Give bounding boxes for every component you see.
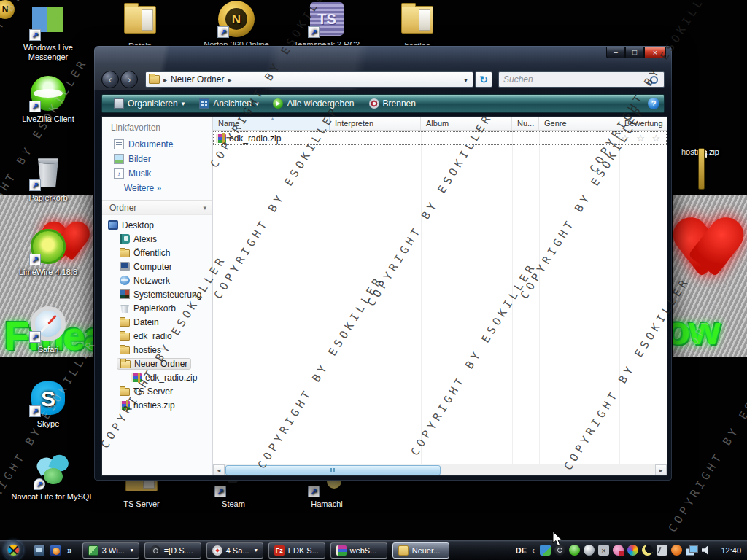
search-icon[interactable] bbox=[650, 76, 658, 84]
desktop-icon-teamspeak[interactable]: ↗ Teamspeak 2 RC2 bbox=[289, 0, 365, 50]
search-input[interactable] bbox=[499, 74, 650, 85]
desktop-icon-norton[interactable]: ↗ Norton 360 Online bbox=[198, 0, 274, 50]
task-button-filezilla[interactable]: Fz EDK S... bbox=[268, 542, 325, 559]
crumb-separator-icon[interactable]: ▸ bbox=[228, 76, 231, 84]
tree-label: Systemsteuerung bbox=[133, 289, 201, 300]
scroll-left-icon[interactable]: ◂ bbox=[213, 464, 225, 476]
desktop-icon-livezilla[interactable]: ↗ LiveZilla Client bbox=[10, 74, 86, 124]
favorite-musik[interactable]: Musik bbox=[102, 166, 212, 181]
tree-item-ts-server[interactable]: TS Server bbox=[102, 384, 212, 398]
tray-sphere-icon[interactable] bbox=[584, 545, 595, 556]
play-all-button[interactable]: Alle wiedergeben bbox=[266, 95, 361, 112]
task-button-safari-group[interactable]: 4 Sa... ▾ bbox=[206, 542, 263, 559]
tray-moon-icon[interactable] bbox=[642, 545, 653, 556]
tray-collapse-icon[interactable]: ‹ bbox=[532, 545, 535, 556]
forward-button[interactable]: › bbox=[120, 71, 138, 88]
language-indicator[interactable]: DE bbox=[516, 546, 527, 555]
file-row-edk-radio-zip[interactable]: edk_radio.zip ☆ ☆ ☆ bbox=[214, 132, 666, 144]
breadcrumb[interactable]: ▸ Neuer Ordner ▸ ▾ bbox=[145, 71, 473, 88]
tree-item-computer[interactable]: Computer bbox=[102, 260, 212, 273]
tree-item-papierkorb[interactable]: Papierkorb bbox=[102, 301, 212, 315]
task-button-neuer-ordner[interactable]: Neuer... bbox=[392, 542, 449, 559]
desktop-icon-skype[interactable]: ↗ Skype bbox=[10, 379, 86, 429]
tree-item-desktop[interactable]: Desktop bbox=[102, 218, 212, 232]
tree-item-hosties-zip[interactable]: hosties.zip bbox=[102, 398, 212, 412]
scrollbar-thumb[interactable] bbox=[225, 465, 441, 475]
favorite-bilder[interactable]: Bilder bbox=[102, 152, 212, 166]
search-box[interactable] bbox=[498, 71, 665, 88]
explorer-window: – □ × ‹ › ▸ Neuer Ordner ▸ ▾ ↻ Organi bbox=[93, 45, 673, 481]
shortcut-arrow-icon: ↗ bbox=[29, 254, 41, 265]
task-button-steam[interactable]: =[D.S.... bbox=[144, 542, 201, 559]
tray-pink-badge-icon[interactable] bbox=[613, 545, 624, 556]
favorites-header: Linkfavoriten bbox=[102, 117, 212, 137]
system-tray: DE ‹ 12:40 bbox=[516, 545, 747, 556]
column-header-genre[interactable]: Genre bbox=[539, 117, 619, 130]
desktop-icon-navicat[interactable]: ↗ Navicat Lite for MySQL bbox=[9, 452, 96, 502]
column-header-bewertung[interactable]: Bewertung bbox=[619, 117, 667, 130]
tree-item-hosties[interactable]: hosties bbox=[102, 343, 212, 357]
minimize-button[interactable]: – bbox=[606, 47, 625, 58]
file-list: Name ▴ Interpreten Album Nu... Genre Bew… bbox=[213, 117, 667, 475]
help-button[interactable]: ? bbox=[648, 98, 659, 109]
scroll-right-icon[interactable]: ▸ bbox=[655, 464, 667, 476]
column-header-interpreten[interactable]: Interpreten bbox=[330, 117, 421, 130]
horizontal-scrollbar[interactable]: ◂ ▸ bbox=[213, 464, 667, 475]
tree-item-systemsteuerung[interactable]: Systemsteuerung bbox=[102, 287, 212, 301]
breadcrumb-location[interactable]: Neuer Ordner bbox=[171, 74, 224, 85]
wallpaper-heart-right bbox=[680, 215, 737, 272]
burn-disc-icon bbox=[369, 98, 379, 109]
refresh-button[interactable]: ↻ bbox=[475, 71, 492, 88]
folders-band[interactable]: Ordner ▾ bbox=[102, 200, 212, 215]
start-button[interactable] bbox=[4, 540, 23, 560]
tray-remote-icon[interactable] bbox=[540, 545, 551, 556]
volume-icon[interactable] bbox=[702, 546, 711, 555]
quick-launch-overflow-icon[interactable]: » bbox=[67, 545, 72, 556]
taskbar-clock[interactable]: 12:40 bbox=[716, 546, 741, 555]
rating-stars[interactable]: ☆ ☆ ☆ bbox=[621, 133, 660, 144]
desktop-icon-safari[interactable]: ↗ Safari bbox=[10, 305, 86, 354]
organize-button[interactable]: Organisieren ▾ bbox=[107, 95, 192, 112]
tray-close-box-icon[interactable] bbox=[598, 545, 609, 556]
tree-item-edk-radio[interactable]: edk_radio bbox=[102, 329, 212, 343]
tray-info-icon[interactable] bbox=[657, 545, 667, 556]
shortcut-arrow-icon: ↗ bbox=[214, 486, 226, 497]
burn-button[interactable]: Brennen bbox=[362, 95, 423, 112]
desktop-icon-wlm[interactable]: ↗ Windows Live Messenger bbox=[10, 3, 86, 62]
task-button-winrar[interactable]: webS... bbox=[330, 542, 387, 559]
views-label: Ansichten bbox=[213, 98, 252, 109]
back-button[interactable]: ‹ bbox=[101, 71, 119, 88]
close-button[interactable]: × bbox=[644, 47, 666, 58]
maximize-button[interactable]: □ bbox=[625, 47, 644, 58]
address-dropdown-icon[interactable]: ▾ bbox=[462, 76, 470, 84]
tree-item-netzwerk[interactable]: Netzwerk bbox=[102, 273, 212, 287]
favorite-dokumente[interactable]: Dokumente bbox=[102, 137, 212, 152]
tray-livezilla-icon[interactable] bbox=[569, 545, 580, 556]
column-header-nummer[interactable]: Nu... bbox=[512, 117, 539, 130]
desktop-icon-papierkorb[interactable]: ↗ Papierkorb bbox=[10, 153, 86, 203]
views-button[interactable]: Ansichten ▾ bbox=[192, 95, 266, 112]
chevron-down-icon[interactable]: ▾ bbox=[203, 204, 206, 211]
tree-item-oeffentlich[interactable]: Öffentlich bbox=[102, 246, 212, 260]
desktop-icon-datein[interactable]: Datein bbox=[102, 1, 178, 51]
shortcut-arrow-icon: ↗ bbox=[29, 179, 41, 191]
tree-item-edk-radio-zip[interactable]: edk_radio.zip bbox=[102, 370, 212, 384]
network-status-icon[interactable] bbox=[686, 545, 698, 556]
tree-item-datein[interactable]: Datein bbox=[102, 315, 212, 329]
tree-item-alexis[interactable]: Alexis bbox=[102, 232, 212, 246]
show-desktop-icon[interactable] bbox=[34, 545, 45, 556]
column-header-album[interactable]: Album bbox=[421, 117, 512, 130]
column-header-name[interactable]: Name ▴ bbox=[213, 117, 330, 130]
desktop-icon-hosties[interactable]: hosties bbox=[379, 1, 455, 51]
shortcut-arrow-icon: ↗ bbox=[29, 29, 41, 41]
tray-swirl-icon[interactable] bbox=[627, 545, 638, 556]
desktop-icon-hosties-zip[interactable]: hosties.zip bbox=[662, 147, 738, 157]
tray-orange-icon[interactable] bbox=[671, 545, 682, 556]
desktop-icon-limewire[interactable]: ↗ LimeWire 4.18.8 bbox=[10, 228, 86, 277]
winrar-archive-icon bbox=[120, 401, 130, 410]
tree-item-neuer-ordner[interactable]: Neuer Ordner bbox=[102, 357, 212, 370]
task-button-windows-group[interactable]: 3 Wi... ▾ bbox=[82, 542, 139, 559]
media-player-icon[interactable] bbox=[50, 545, 61, 556]
winrar-archive-icon bbox=[336, 545, 347, 556]
more-favorites-link[interactable]: Weitere » bbox=[102, 181, 212, 195]
